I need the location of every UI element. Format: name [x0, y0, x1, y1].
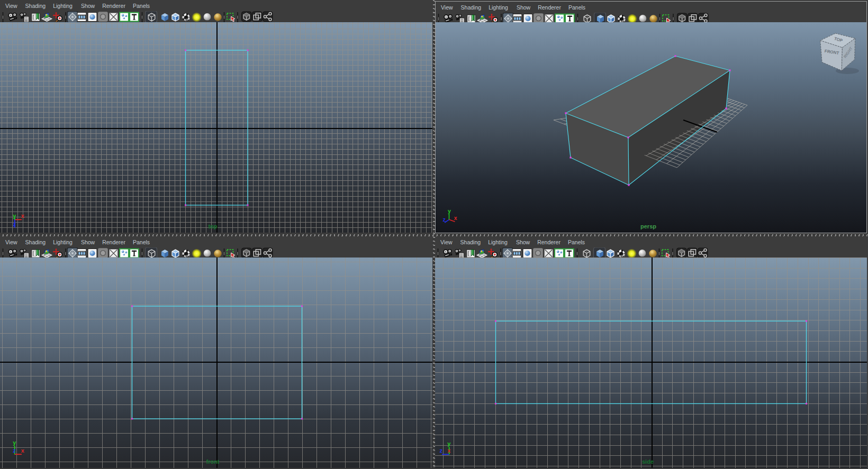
svg-text:y: y — [13, 439, 16, 446]
svg-text:z: z — [442, 216, 445, 223]
svg-text:persp: persp — [640, 223, 656, 229]
svg-text:top: top — [208, 223, 217, 229]
svg-text:z: z — [13, 221, 16, 227]
svg-text:y: y — [448, 208, 451, 214]
svg-text:front: front — [206, 458, 219, 465]
svg-text:z: z — [13, 447, 16, 454]
svg-text:x: x — [447, 447, 451, 454]
svg-text:side: side — [642, 458, 654, 465]
svg-text:z: z — [440, 447, 443, 454]
svg-text:x: x — [21, 447, 25, 454]
svg-text:y: y — [447, 440, 451, 447]
svg-text:y: y — [13, 213, 16, 219]
svg-text:x: x — [454, 215, 457, 221]
svg-text:x: x — [21, 213, 25, 219]
